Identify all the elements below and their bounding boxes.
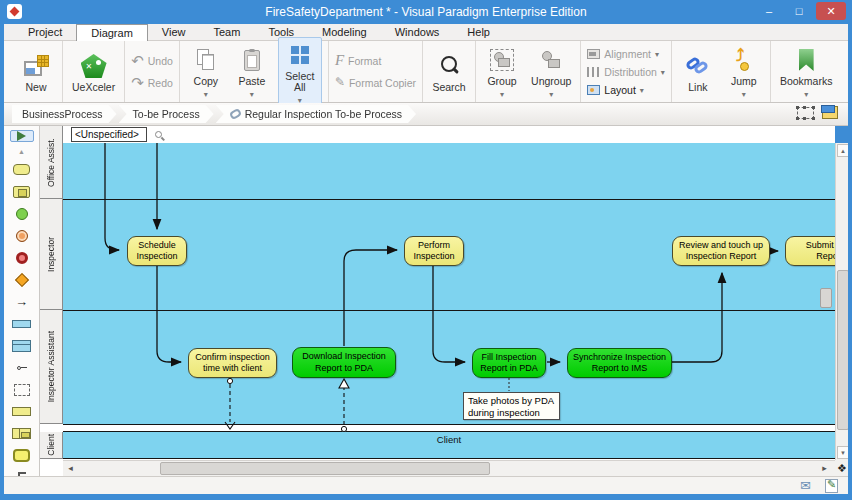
subprocess-icon — [13, 186, 30, 198]
expanded-subprocess-tool[interactable] — [9, 447, 35, 464]
link-flow-icon — [17, 366, 27, 370]
pool-with-lane-tool[interactable] — [9, 337, 35, 354]
scroll-right-button[interactable]: ▸ — [818, 462, 831, 475]
task-download-inspection-report[interactable]: Download Inspection Report to PDA — [292, 347, 396, 378]
undo-button[interactable]: ↶Undo — [131, 53, 173, 68]
edit-log-icon[interactable] — [825, 479, 838, 493]
note-take-photos[interactable]: Take photos by PDA during inspection — [463, 392, 560, 420]
task-fill-inspection-report[interactable]: Fill Inspection Report in PDA — [472, 348, 546, 378]
group-shape-tool[interactable] — [9, 381, 35, 398]
link-flow-tool[interactable] — [9, 359, 35, 376]
select-all-button[interactable]: Select All — [278, 37, 322, 107]
undo-icon: ↶ — [131, 53, 144, 68]
end-event-icon — [16, 252, 28, 264]
breadcrumb-business-process[interactable]: BusinessProcess — [12, 105, 117, 123]
redo-button[interactable]: ↷Redo — [131, 75, 173, 90]
alignment-button[interactable]: Alignment — [587, 47, 665, 61]
layout-button[interactable]: Layout — [587, 83, 665, 97]
uexceler-button[interactable]: UeXceler — [69, 49, 118, 94]
paste-button[interactable]: Paste — [232, 43, 272, 100]
menu-project[interactable]: Project — [14, 24, 76, 40]
menu-diagram[interactable]: Diagram — [76, 24, 148, 41]
horizontal-pool-tool[interactable] — [9, 315, 35, 332]
application-window: FireSafetyDepartment * - Visual Paradigm… — [0, 0, 852, 500]
task-icon — [13, 164, 30, 175]
jump-button[interactable]: Jump — [724, 43, 764, 100]
copy-button[interactable]: Copy — [186, 43, 226, 100]
link-icon — [686, 56, 710, 76]
menu-bar: Project Diagram View Team Tools Modeling… — [4, 24, 848, 41]
start-event-tool[interactable] — [9, 205, 35, 222]
messages-icon[interactable]: ✉ — [800, 478, 811, 493]
diagram-window-icon[interactable] — [822, 106, 838, 119]
search-icon — [439, 55, 459, 77]
breadcrumb: BusinessProcess To-be Process Regular In… — [4, 103, 848, 126]
minimize-button[interactable]: – — [756, 2, 782, 20]
cursor-tool[interactable] — [10, 130, 34, 142]
window-frame — [848, 24, 852, 500]
diagram-tool-palette: ▲ → ▼ — [4, 126, 40, 494]
maximize-button[interactable]: □ — [786, 2, 812, 20]
scroll-left-button[interactable]: ◂ — [64, 462, 77, 475]
chevron-down-icon — [804, 87, 808, 99]
uexceler-icon — [81, 54, 107, 78]
task-tool[interactable] — [9, 161, 35, 178]
bookmarks-button[interactable]: Bookmarks — [777, 43, 836, 100]
layout-icon — [587, 85, 600, 95]
menu-help[interactable]: Help — [453, 24, 504, 40]
format-copier-button[interactable]: ✎Format Copier — [335, 75, 416, 90]
menu-windows[interactable]: Windows — [381, 24, 454, 40]
alignment-icon — [587, 49, 600, 59]
pan-tool-button[interactable]: ❖ — [835, 460, 849, 476]
task-perform-inspection[interactable]: Perform Inspection — [404, 236, 464, 266]
chevron-down-icon — [549, 87, 553, 99]
lane-set-tool[interactable] — [9, 425, 35, 442]
format-button[interactable]: FFormat — [335, 53, 416, 68]
breadcrumb-tobe-process[interactable]: To-be Process — [119, 105, 214, 123]
format-copier-icon: ✎ — [335, 75, 345, 90]
lane-header-inspector-assistant[interactable]: Inspector Assistant — [40, 310, 63, 424]
lane-tool[interactable] — [9, 403, 35, 420]
fit-selection-icon[interactable] — [797, 107, 814, 119]
lane-header-office-assist[interactable]: Office Assist. — [40, 126, 63, 199]
task-confirm-inspection-time[interactable]: Confirm inspection time with client — [188, 348, 277, 378]
group-button[interactable]: Group — [482, 43, 522, 100]
expanded-subprocess-icon — [13, 449, 30, 462]
breadcrumb-regular-inspection[interactable]: Regular Inspection To-be Process — [216, 105, 416, 123]
vertical-scrollbar[interactable]: ▲ ▼ — [835, 143, 849, 460]
gateway-icon — [14, 272, 28, 286]
task-submit-inspection-report[interactable]: Submit Ins Repo — [785, 236, 835, 266]
lane-header-inspector[interactable]: Inspector — [40, 199, 63, 310]
new-button[interactable]: New — [16, 49, 56, 94]
ungroup-button[interactable]: Ungroup — [528, 43, 574, 100]
task-review-inspection-report[interactable]: Review and touch up Inspection Report — [672, 236, 770, 266]
subprocess-tool[interactable] — [9, 183, 35, 200]
link-button[interactable]: Link — [678, 49, 718, 94]
diagram-canvas[interactable]: <Unspecified> Client — [63, 126, 835, 460]
horizontal-scroll-thumb[interactable] — [160, 462, 490, 475]
window-frame — [0, 24, 4, 500]
sequence-flow-tool[interactable]: → — [9, 293, 35, 310]
menu-view[interactable]: View — [148, 24, 200, 40]
search-button[interactable]: Search — [429, 49, 469, 94]
distribution-button[interactable]: Distribution — [587, 65, 665, 79]
chevron-down-icon — [655, 47, 659, 61]
end-event-tool[interactable] — [9, 249, 35, 266]
select-all-icon — [291, 46, 309, 64]
close-button[interactable]: ✕ — [816, 2, 846, 20]
ungroup-icon — [539, 49, 563, 71]
toolbar: New UeXceler ↶Undo ↷Redo Copy Paste — [4, 41, 848, 103]
lane-header-column: Office Assist. Inspector Inspector Assis… — [40, 126, 63, 476]
menu-team[interactable]: Team — [199, 24, 254, 40]
chevron-down-icon — [742, 87, 746, 99]
intermediate-event-tool[interactable] — [9, 227, 35, 244]
format-icon: F — [335, 53, 344, 68]
panel-grip[interactable] — [820, 288, 832, 308]
link-reference-icon — [228, 108, 242, 120]
horizontal-scrollbar[interactable]: ◂ ▸ — [63, 460, 835, 476]
palette-scroll-up[interactable]: ▲ — [9, 147, 35, 156]
gateway-tool[interactable] — [9, 271, 35, 288]
task-synchronize-inspection-report[interactable]: Synchronize Inspection Report to IMS — [567, 348, 672, 378]
task-schedule-inspection[interactable]: Schedule Inspection — [127, 236, 187, 266]
lane-header-client[interactable]: Client — [40, 432, 63, 459]
